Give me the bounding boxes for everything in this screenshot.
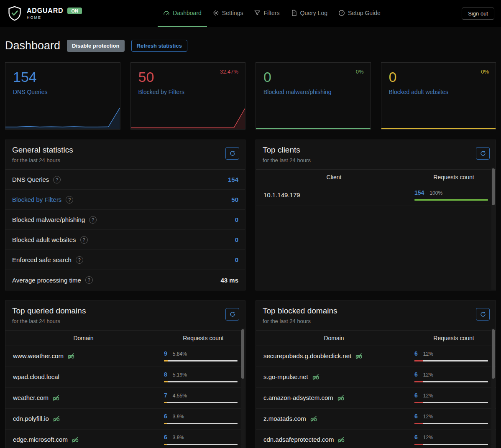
request-count: 7 bbox=[164, 392, 167, 399]
panel-title: Top clients bbox=[263, 145, 489, 155]
help-icon[interactable]: ? bbox=[76, 256, 83, 264]
refresh-icon bbox=[480, 150, 486, 156]
nav-item-label: Query Log bbox=[300, 10, 327, 16]
dashboard-icon bbox=[163, 10, 170, 16]
domain-name[interactable]: edge.microsoft.com bbox=[13, 436, 164, 443]
sign-out-button[interactable]: Sign out bbox=[462, 8, 494, 20]
incognito-glasses-icon[interactable] bbox=[67, 352, 75, 360]
stat-row-label: Enforced safe search bbox=[12, 256, 72, 263]
stat-row-label: DNS Queries bbox=[12, 176, 49, 183]
incognito-glasses-icon[interactable] bbox=[53, 415, 60, 423]
domain-name[interactable]: cdn.polyfill.io bbox=[13, 415, 164, 423]
request-percent: 100% bbox=[429, 190, 442, 196]
progress-bar bbox=[414, 402, 488, 403]
incognito-glasses-icon[interactable] bbox=[337, 436, 345, 443]
stat-row-dns-queries: DNS Queries? 154 bbox=[5, 170, 245, 190]
domain-requests: 612% bbox=[414, 392, 488, 403]
domain-name[interactable]: c.amazon-adsystem.com bbox=[263, 394, 414, 402]
request-count: 154 bbox=[414, 189, 424, 196]
nav-item-label: Setup Guide bbox=[348, 10, 381, 16]
panel-subtitle: for the last 24 hours bbox=[263, 157, 489, 163]
col-header-domain: Domain bbox=[5, 335, 161, 341]
domain-name[interactable]: cdn.adsafeprotected.com bbox=[263, 436, 414, 443]
nav-item-label: Filters bbox=[263, 10, 279, 16]
request-count: 9 bbox=[164, 350, 167, 357]
domain-name[interactable]: www.weather.com bbox=[13, 352, 164, 360]
stat-card-percent: 32.47% bbox=[220, 69, 238, 75]
help-icon[interactable]: ? bbox=[85, 276, 93, 284]
domain-requests: 85.19% bbox=[164, 371, 238, 382]
incognito-glasses-icon[interactable] bbox=[310, 415, 317, 423]
domain-name[interactable]: s.go-mpulse.net bbox=[263, 373, 414, 381]
sparkline-chart bbox=[381, 105, 496, 129]
brand[interactable]: ADGUARD ON HOME bbox=[7, 5, 82, 21]
col-header-requests: Requests count bbox=[412, 174, 496, 181]
nav-item-setup-guide[interactable]: ? Setup Guide bbox=[333, 0, 386, 27]
incognito-glasses-icon[interactable] bbox=[337, 394, 345, 402]
stat-row-value: 43 ms bbox=[220, 277, 238, 284]
stat-card-blocked-malware: 0% 0 Blocked malware/phishing bbox=[256, 62, 371, 130]
domain-name[interactable]: z.moatads.com bbox=[263, 415, 414, 423]
help-icon[interactable]: ? bbox=[80, 236, 88, 244]
main-nav: Dashboard Settings Filters Query Log ? S… bbox=[158, 0, 386, 27]
domain-name[interactable]: securepubads.g.doubleclick.net bbox=[263, 352, 414, 360]
stat-row-blocked-by-filters: Blocked by Filters? 50 bbox=[5, 190, 245, 210]
incognito-glasses-icon[interactable] bbox=[312, 373, 320, 381]
domain-row: cdn.adsafeprotected.com 612% bbox=[256, 430, 496, 448]
help-icon[interactable]: ? bbox=[53, 176, 61, 183]
scrollbar-thumb[interactable] bbox=[492, 329, 495, 379]
stat-row-blocked-malware: Blocked malware/phishing? 0 bbox=[5, 210, 245, 230]
panel-title: General statistics bbox=[12, 145, 238, 155]
nav-item-label: Dashboard bbox=[173, 10, 202, 16]
stat-card-label[interactable]: Blocked adult websites bbox=[389, 89, 488, 95]
refresh-icon bbox=[230, 150, 235, 156]
incognito-glasses-icon[interactable] bbox=[52, 394, 60, 402]
scrollbar[interactable] bbox=[241, 328, 245, 448]
stat-row-label: Blocked malware/phishing bbox=[12, 216, 85, 223]
refresh-panel-button[interactable] bbox=[225, 147, 239, 160]
stat-card-label[interactable]: DNS Queries bbox=[13, 89, 112, 95]
request-count: 6 bbox=[414, 392, 418, 399]
scrollbar[interactable] bbox=[491, 328, 495, 448]
scrollbar[interactable] bbox=[491, 168, 495, 290]
progress-bar bbox=[164, 402, 238, 403]
help-icon[interactable]: ? bbox=[66, 196, 73, 204]
stat-row-value: 50 bbox=[231, 196, 238, 203]
domain-row: edge.microsoft.com 63.9% bbox=[5, 430, 245, 448]
nav-item-filters[interactable]: Filters bbox=[248, 0, 285, 27]
incognito-glasses-icon[interactable] bbox=[72, 436, 79, 443]
help-icon[interactable]: ? bbox=[89, 216, 97, 224]
stat-card-label[interactable]: Blocked malware/phishing bbox=[263, 89, 363, 95]
progress-bar bbox=[164, 360, 238, 361]
general-statistics-panel: General statistics for the last 24 hours… bbox=[5, 140, 245, 290]
disable-protection-button[interactable]: Disable protection bbox=[67, 40, 124, 52]
refresh-statistics-button[interactable]: Refresh statistics bbox=[131, 40, 187, 52]
request-count: 6 bbox=[164, 413, 167, 420]
nav-item-query-log[interactable]: Query Log bbox=[285, 0, 333, 27]
progress-bar bbox=[164, 444, 238, 445]
refresh-panel-button[interactable] bbox=[476, 147, 490, 160]
incognito-glasses-icon[interactable] bbox=[355, 352, 363, 360]
gear-icon bbox=[212, 10, 219, 16]
stat-row-label[interactable]: Blocked by Filters bbox=[12, 196, 61, 203]
request-percent: 12% bbox=[423, 372, 433, 378]
panels-row-1: General statistics for the last 24 hours… bbox=[5, 140, 496, 290]
stat-row-safe-search: Enforced safe search? 0 bbox=[5, 250, 245, 270]
domain-row: securepubads.g.doubleclick.net 612% bbox=[256, 346, 496, 367]
nav-item-dashboard[interactable]: Dashboard bbox=[158, 0, 207, 27]
panel-head: General statistics for the last 24 hours bbox=[5, 140, 245, 170]
nav-item-settings[interactable]: Settings bbox=[207, 0, 249, 27]
col-header-domain: Domain bbox=[256, 335, 412, 341]
top-queried-domains-panel: Top queried domains for the last 24 hour… bbox=[5, 300, 245, 448]
brand-title: ADGUARD bbox=[27, 7, 63, 15]
panel-subtitle: for the last 24 hours bbox=[263, 318, 489, 324]
domain-name[interactable]: weather.com bbox=[13, 394, 164, 402]
refresh-panel-button[interactable] bbox=[225, 308, 239, 321]
scrollbar-thumb[interactable] bbox=[492, 168, 495, 205]
stat-card-label[interactable]: Blocked by Filters bbox=[138, 89, 238, 95]
client-address[interactable]: 10.1.149.179 bbox=[263, 191, 414, 199]
scrollbar-thumb[interactable] bbox=[241, 329, 244, 379]
refresh-panel-button[interactable] bbox=[476, 308, 490, 321]
domain-requests: 612% bbox=[414, 413, 488, 424]
domain-name[interactable]: wpad.cloud.local bbox=[13, 373, 164, 380]
